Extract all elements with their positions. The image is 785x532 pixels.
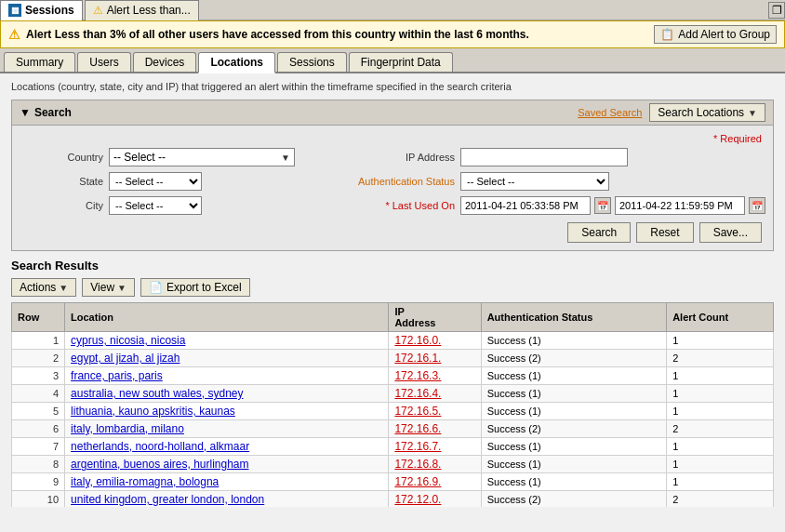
date-row: * Last Used On 📅 📅 bbox=[325, 196, 765, 215]
cell-row: 6 bbox=[12, 420, 65, 438]
cell-location[interactable]: italy, emilia-romagna, bologna bbox=[65, 473, 389, 491]
cell-location[interactable]: egypt, al jizah, al jizah bbox=[65, 350, 389, 367]
cell-location[interactable]: cyprus, nicosia, nicosia bbox=[65, 332, 389, 350]
collapse-icon[interactable]: ▼ bbox=[20, 106, 31, 119]
tab-locations[interactable]: Locations bbox=[198, 52, 275, 73]
table-header-row: Row Location IPAddress Authentication St… bbox=[12, 303, 774, 332]
save-button[interactable]: Save... bbox=[699, 222, 762, 243]
cell-ip[interactable]: 172.16.3. bbox=[389, 367, 481, 385]
cell-auth: Success (1) bbox=[481, 456, 667, 473]
search-buttons: Search Reset Save... bbox=[20, 222, 765, 243]
cal-from-icon[interactable]: 📅 bbox=[594, 197, 611, 214]
search-locations-button[interactable]: Search Locations ▼ bbox=[649, 103, 765, 122]
reset-button[interactable]: Reset bbox=[636, 222, 693, 243]
date-range: 📅 📅 bbox=[460, 196, 765, 215]
table-row[interactable]: 2 egypt, al jizah, al jizah 172.16.1. Su… bbox=[12, 350, 774, 367]
cell-row: 8 bbox=[12, 456, 65, 473]
table-row[interactable]: 1 cyprus, nicosia, nicosia 172.16.0. Suc… bbox=[12, 332, 774, 350]
country-row: Country -- Select -- ▼ bbox=[20, 148, 306, 166]
tab-fingerprint[interactable]: Fingerprint Data bbox=[349, 52, 453, 72]
cell-location[interactable]: italy, lombardia, milano bbox=[65, 420, 389, 438]
cell-ip[interactable]: 172.12.0. bbox=[389, 491, 481, 508]
tab-summary[interactable]: Summary bbox=[4, 52, 75, 72]
saved-search-link[interactable]: Saved Search bbox=[578, 107, 642, 118]
state-label: State bbox=[20, 176, 103, 187]
ip-row: IP Address bbox=[325, 148, 765, 166]
table-row[interactable]: 7 netherlands, noord-holland, alkmaar 17… bbox=[12, 438, 774, 456]
cell-ip[interactable]: 172.16.1. bbox=[389, 350, 481, 367]
country-value: -- Select -- bbox=[113, 151, 166, 164]
tab-devices[interactable]: Devices bbox=[133, 52, 197, 72]
table-row[interactable]: 4 australia, new south wales, sydney 172… bbox=[12, 385, 774, 403]
title-tab-alert[interactable]: ⚠ Alert Less than... bbox=[85, 0, 199, 20]
cell-row: 7 bbox=[12, 438, 65, 456]
date-from-input[interactable] bbox=[460, 196, 591, 215]
restore-button[interactable]: ❐ bbox=[768, 2, 785, 19]
cell-ip[interactable]: 172.16.5. bbox=[389, 403, 481, 420]
cell-count: 2 bbox=[667, 491, 774, 508]
table-row[interactable]: 6 italy, lombardia, milano 172.16.6. Suc… bbox=[12, 420, 774, 438]
state-select[interactable]: -- Select -- bbox=[109, 172, 202, 191]
cell-auth: Success (2) bbox=[481, 491, 667, 508]
cell-location[interactable]: lithuania, kauno apskritis, kaunas bbox=[65, 403, 389, 420]
table-row[interactable]: 9 italy, emilia-romagna, bologna 172.16.… bbox=[12, 473, 774, 491]
auth-label: Authentication Status bbox=[325, 176, 455, 187]
export-label: Export to Excel bbox=[166, 281, 242, 294]
cell-row: 5 bbox=[12, 403, 65, 420]
cell-count: 1 bbox=[667, 385, 774, 403]
results-section: Search Results Actions ▼ View ▼ 📄 Export… bbox=[11, 259, 774, 507]
cell-count: 1 bbox=[667, 367, 774, 385]
col-row: Row bbox=[12, 303, 65, 332]
country-select[interactable]: -- Select -- ▼ bbox=[109, 148, 295, 166]
cell-location[interactable]: argentina, buenos aires, hurlingham bbox=[65, 456, 389, 473]
cell-ip[interactable]: 172.16.9. bbox=[389, 473, 481, 491]
alert-icon: ⚠ bbox=[8, 27, 20, 42]
left-fields: Country -- Select -- ▼ State -- Select -… bbox=[20, 148, 306, 215]
actions-label: Actions bbox=[20, 281, 56, 294]
table-row[interactable]: 3 france, paris, paris 172.16.3. Success… bbox=[12, 367, 774, 385]
cell-ip[interactable]: 172.16.6. bbox=[389, 420, 481, 438]
cell-location[interactable]: france, paris, paris bbox=[65, 367, 389, 385]
auth-row: Authentication Status -- Select -- bbox=[325, 172, 765, 191]
col-auth: Authentication Status bbox=[481, 303, 667, 332]
country-label: Country bbox=[20, 152, 103, 163]
export-button[interactable]: 📄 Export to Excel bbox=[140, 278, 250, 297]
city-label: City bbox=[20, 200, 103, 211]
search-header-right: Saved Search Search Locations ▼ bbox=[578, 103, 765, 122]
add-alert-button[interactable]: 📋 Add Alert to Group bbox=[654, 25, 777, 44]
cell-ip[interactable]: 172.16.4. bbox=[389, 385, 481, 403]
cell-location[interactable]: united kingdom, greater london, london bbox=[65, 491, 389, 508]
actions-arrow: ▼ bbox=[59, 283, 68, 293]
col-ip: IPAddress bbox=[389, 303, 481, 332]
cell-count: 1 bbox=[667, 473, 774, 491]
cell-count: 1 bbox=[667, 332, 774, 350]
ip-input[interactable] bbox=[460, 148, 628, 166]
search-button[interactable]: Search bbox=[567, 222, 631, 243]
view-button[interactable]: View ▼ bbox=[82, 278, 135, 297]
alert-bar: ⚠ Alert Less than 3% of all other users … bbox=[0, 20, 785, 48]
cell-location[interactable]: australia, new south wales, sydney bbox=[65, 385, 389, 403]
date-to-input[interactable] bbox=[615, 196, 745, 215]
cell-location[interactable]: netherlands, noord-holland, alkmaar bbox=[65, 438, 389, 456]
description-text: Locations (country, state, city and IP) … bbox=[0, 73, 785, 96]
col-count: Alert Count bbox=[667, 303, 774, 332]
actions-button[interactable]: Actions ▼ bbox=[11, 278, 76, 297]
view-label: View bbox=[90, 281, 114, 294]
cell-ip[interactable]: 172.16.7. bbox=[389, 438, 481, 456]
add-alert-label: Add Alert to Group bbox=[678, 28, 770, 41]
cell-ip[interactable]: 172.16.8. bbox=[389, 456, 481, 473]
cal-to-icon[interactable]: 📅 bbox=[749, 197, 765, 214]
table-row[interactable]: 10 united kingdom, greater london, londo… bbox=[12, 491, 774, 508]
title-tab-sessions[interactable]: ▦ Sessions bbox=[0, 0, 83, 20]
auth-select[interactable]: -- Select -- bbox=[460, 172, 609, 191]
cell-count: 2 bbox=[667, 350, 774, 367]
table-row[interactable]: 8 argentina, buenos aires, hurlingham 17… bbox=[12, 456, 774, 473]
nav-tabs: Summary Users Devices Locations Sessions… bbox=[0, 48, 785, 73]
view-arrow: ▼ bbox=[117, 283, 126, 293]
table-row[interactable]: 5 lithuania, kauno apskritis, kaunas 172… bbox=[12, 403, 774, 420]
tab-sessions[interactable]: Sessions bbox=[277, 52, 347, 72]
cell-row: 3 bbox=[12, 367, 65, 385]
city-select[interactable]: -- Select -- bbox=[109, 196, 202, 215]
tab-users[interactable]: Users bbox=[77, 52, 130, 72]
cell-ip[interactable]: 172.16.0. bbox=[389, 332, 481, 350]
